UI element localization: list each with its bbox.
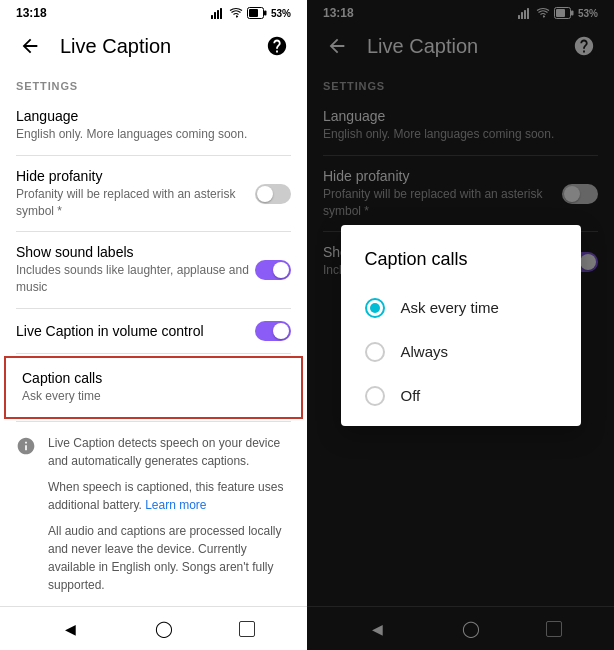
hide-profanity-thumb (257, 186, 273, 202)
show-sound-labels-title: Show sound labels (16, 244, 255, 260)
caption-calls-title: Caption calls (22, 370, 285, 386)
radio-ask-label: Ask every time (401, 299, 499, 316)
top-bar-left: Live Caption (0, 24, 307, 68)
nav-home-left[interactable]: ◯ (146, 611, 182, 647)
caption-calls-text: Caption calls Ask every time (22, 370, 285, 405)
left-panel: 13:18 53% (0, 0, 307, 650)
show-sound-labels-subtitle: Includes sounds like laughter, applause … (16, 262, 255, 296)
bottom-nav-left: ◀ ◯ (0, 606, 307, 650)
signal-icon (211, 7, 225, 19)
battery-text-left: 53% (271, 8, 291, 19)
hide-profanity-title: Hide profanity (16, 168, 255, 184)
back-arrow-icon (19, 35, 41, 57)
svg-rect-0 (211, 15, 213, 19)
volume-control-title: Live Caption in volume control (16, 323, 255, 339)
battery-icon (247, 7, 267, 19)
status-icons-left: 53% (211, 7, 291, 19)
info-p3-left: All audio and captions are processed loc… (48, 522, 291, 594)
divider-4 (16, 353, 291, 354)
radio-always[interactable]: Always (341, 330, 581, 374)
help-icon-left (266, 35, 288, 57)
help-button-left[interactable] (263, 32, 291, 60)
hide-profanity-toggle[interactable] (255, 184, 291, 204)
learn-more-left[interactable]: Learn more (145, 498, 206, 512)
language-item[interactable]: Language English only. More languages co… (0, 96, 307, 155)
show-sound-labels-toggle[interactable] (255, 260, 291, 280)
back-button-left[interactable] (16, 32, 44, 60)
svg-rect-3 (220, 8, 222, 19)
caption-calls-item[interactable]: Caption calls Ask every time (4, 356, 303, 419)
page-title-left: Live Caption (60, 35, 263, 58)
hide-profanity-item[interactable]: Hide profanity Profanity will be replace… (0, 156, 307, 232)
hide-profanity-text: Hide profanity Profanity will be replace… (16, 168, 255, 220)
show-sound-labels-item[interactable]: Show sound labels Includes sounds like l… (0, 232, 307, 308)
info-p1-left: Live Caption detects speech on your devi… (48, 434, 291, 470)
svg-rect-6 (264, 11, 267, 16)
svg-rect-5 (249, 9, 258, 17)
nav-square-left[interactable] (239, 621, 255, 637)
language-text: Language English only. More languages co… (16, 108, 291, 143)
info-section-left: Live Caption detects speech on your devi… (0, 422, 307, 606)
svg-rect-1 (214, 12, 216, 19)
info-p2-left: When speech is captioned, this feature u… (48, 478, 291, 514)
wifi-icon (229, 7, 243, 19)
svg-rect-2 (217, 10, 219, 19)
settings-section-label-left: SETTINGS (0, 68, 307, 96)
radio-ask[interactable]: Ask every time (341, 286, 581, 330)
caption-calls-dialog: Caption calls Ask every time Always Off (341, 225, 581, 426)
radio-ask-circle (365, 298, 385, 318)
volume-control-toggle[interactable] (255, 321, 291, 341)
volume-control-thumb (273, 323, 289, 339)
language-title: Language (16, 108, 291, 124)
radio-off-label: Off (401, 387, 421, 404)
language-subtitle: English only. More languages coming soon… (16, 126, 291, 143)
info-icon-left (16, 436, 36, 456)
dialog-overlay[interactable]: Caption calls Ask every time Always Off (307, 0, 614, 650)
show-sound-labels-thumb (273, 262, 289, 278)
info-text-left: Live Caption detects speech on your devi… (48, 434, 291, 606)
hide-profanity-subtitle: Profanity will be replaced with an aster… (16, 186, 255, 220)
volume-control-item[interactable]: Live Caption in volume control (0, 309, 307, 353)
radio-off-circle (365, 386, 385, 406)
settings-content-left: SETTINGS Language English only. More lan… (0, 68, 307, 606)
radio-always-label: Always (401, 343, 449, 360)
radio-off[interactable]: Off (341, 374, 581, 418)
status-bar-left: 13:18 53% (0, 0, 307, 24)
time-left: 13:18 (16, 6, 47, 20)
volume-control-text: Live Caption in volume control (16, 323, 255, 339)
caption-calls-subtitle: Ask every time (22, 388, 285, 405)
show-sound-labels-text: Show sound labels Includes sounds like l… (16, 244, 255, 296)
radio-always-circle (365, 342, 385, 362)
dialog-title: Caption calls (341, 249, 581, 286)
nav-back-left[interactable]: ◀ (53, 611, 89, 647)
right-panel: 13:18 53% (307, 0, 614, 650)
